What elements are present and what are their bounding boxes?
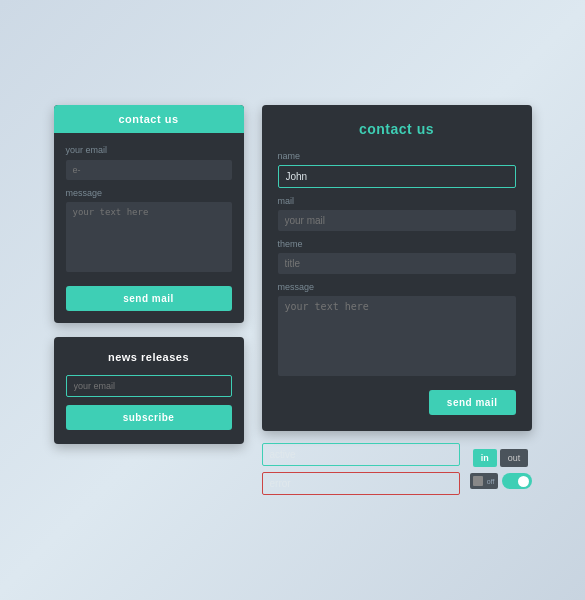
toggle-on-switch[interactable] xyxy=(502,473,532,489)
news-email-input[interactable] xyxy=(66,375,232,397)
send-mail-button-small[interactable]: send mail xyxy=(66,286,232,311)
toggle-knob-off xyxy=(473,476,483,486)
contact-small-header: contact us xyxy=(54,105,244,133)
name-label: name xyxy=(278,151,516,161)
message-label-small: message xyxy=(66,188,232,198)
name-input[interactable] xyxy=(278,165,516,188)
out-button[interactable]: out xyxy=(500,449,529,467)
right-column: contact us name mail theme message send … xyxy=(262,105,532,495)
send-mail-button-large[interactable]: send mail xyxy=(429,390,516,415)
email-input-small[interactable] xyxy=(66,160,232,180)
toggle-off-switch[interactable]: off xyxy=(470,473,498,489)
contact-small-card: contact us your email message send mail xyxy=(54,105,244,323)
status-fields xyxy=(262,443,460,495)
toggle-knob-on xyxy=(518,476,529,487)
news-title: news releases xyxy=(66,351,232,363)
bottom-row: in out off xyxy=(262,443,532,495)
toggle-switch-row: off xyxy=(470,473,532,489)
mail-input[interactable] xyxy=(278,210,516,231)
contact-large-title: contact us xyxy=(278,121,516,137)
theme-input[interactable] xyxy=(278,253,516,274)
contact-small-body: your email message send mail xyxy=(54,133,244,323)
mail-label: mail xyxy=(278,196,516,206)
message-textarea-large[interactable] xyxy=(278,296,516,376)
in-button[interactable]: in xyxy=(473,449,497,467)
main-container: contact us your email message send mail … xyxy=(34,85,552,515)
send-row: send mail xyxy=(278,390,516,415)
theme-label: theme xyxy=(278,239,516,249)
active-input[interactable] xyxy=(262,443,460,466)
contact-large-card: contact us name mail theme message send … xyxy=(262,105,532,431)
news-releases-card: news releases subscribe xyxy=(54,337,244,444)
subscribe-button[interactable]: subscribe xyxy=(66,405,232,430)
contact-small-title: contact us xyxy=(118,113,178,125)
message-textarea-small[interactable] xyxy=(66,202,232,272)
toggle-group: in out off xyxy=(470,449,532,489)
left-column: contact us your email message send mail … xyxy=(54,105,244,444)
toggle-off-label: off xyxy=(487,478,495,485)
in-out-buttons: in out xyxy=(473,449,529,467)
error-input[interactable] xyxy=(262,472,460,495)
email-label-small: your email xyxy=(66,145,232,155)
message-label-large: message xyxy=(278,282,516,292)
